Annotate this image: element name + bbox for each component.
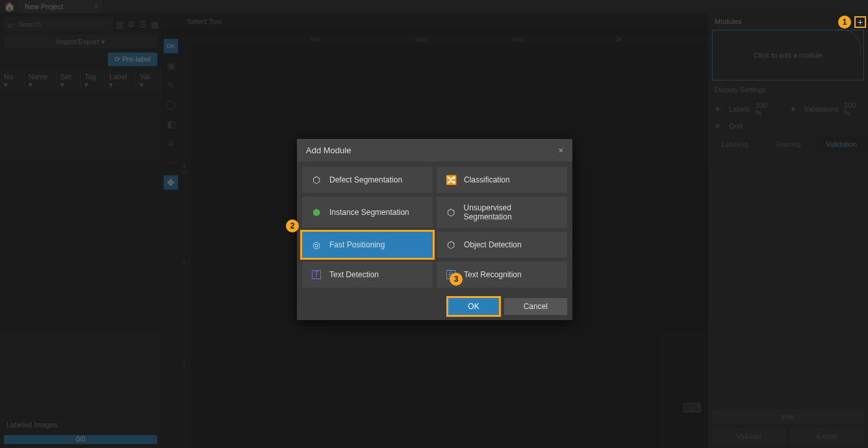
- eye-icon[interactable]: [715, 122, 724, 130]
- hexagon-icon: ⬡: [444, 238, 457, 251]
- filter-icon[interactable]: ▥: [116, 19, 123, 29]
- col-label[interactable]: Label ▾: [105, 70, 136, 92]
- erase-tool-icon[interactable]: ◧: [164, 117, 178, 131]
- import-export-button[interactable]: Import/Export ▾: [4, 35, 157, 49]
- prelabel-button[interactable]: Pre-label: [108, 53, 157, 66]
- close-icon[interactable]: ×: [558, 145, 563, 155]
- ruler-vertical: 5 0 5 1 0: [181, 45, 191, 448]
- callout-1: 1: [838, 16, 851, 29]
- list-icon[interactable]: ☰: [139, 19, 147, 29]
- more-tool-icon[interactable]: ⋯: [164, 156, 178, 170]
- dialog-title: Add Module: [306, 145, 351, 155]
- arrow-icon: [837, 29, 861, 55]
- module-classification[interactable]: 🔀 Classification: [437, 167, 567, 193]
- target-icon: ◎: [310, 238, 323, 251]
- module-fast-positioning[interactable]: ◎ Fast Positioning: [302, 232, 433, 258]
- callout-2: 2: [286, 219, 299, 232]
- column-headers: No. ▾ Name ▾ Set ▾ Tag ▾ Label ▾ Val. ▾: [0, 70, 161, 92]
- module-text-detection[interactable]: 🅃 Text Detection: [302, 262, 433, 288]
- labels-toggle[interactable]: Labels: [729, 105, 750, 113]
- col-no[interactable]: No. ▾: [0, 70, 25, 92]
- eye-icon[interactable]: [790, 105, 799, 113]
- settings-icon[interactable]: ⚙: [127, 19, 135, 29]
- pen-tool-icon[interactable]: ✎: [164, 78, 178, 92]
- ok-button[interactable]: OK: [448, 298, 498, 315]
- keyboard-icon[interactable]: ⌨: [683, 400, 702, 416]
- add-module-button[interactable]: +: [854, 16, 866, 28]
- hexagon-icon: ⬡: [310, 173, 323, 186]
- select-tool-label: Select Tool: [161, 13, 708, 30]
- labeled-images-label: Labeled Images: [0, 417, 161, 432]
- add-module-placeholder[interactable]: Click to add a module: [712, 30, 864, 81]
- tab-title: New Project: [25, 3, 63, 10]
- infer-button[interactable]: Infer: [712, 409, 864, 425]
- export-button[interactable]: Export: [790, 429, 864, 444]
- col-set[interactable]: Set ▾: [57, 70, 81, 92]
- hexagon-green-icon: ⬢: [310, 206, 323, 219]
- shape-tool-icon[interactable]: ◯: [164, 97, 178, 112]
- col-tag[interactable]: Tag ▾: [81, 70, 105, 92]
- display-settings-label: Display Settings: [708, 81, 868, 99]
- callout-3: 3: [450, 273, 463, 286]
- tab-training[interactable]: Training: [761, 136, 815, 152]
- eye-icon[interactable]: [715, 105, 724, 113]
- col-val[interactable]: Val. ▾: [136, 70, 161, 92]
- module-defect-segmentation[interactable]: ⬡ Defect Segmentation: [302, 167, 433, 193]
- module-instance-segmentation[interactable]: ⬢ Instance Segmentation: [302, 197, 433, 228]
- search-input[interactable]: [4, 17, 113, 31]
- close-icon[interactable]: ×: [94, 2, 98, 10]
- tool-tray: OK ▣ ✎ ◯ ◧ # ⋯ ✥: [161, 35, 181, 448]
- module-object-detection[interactable]: ⬡ Object Detection: [437, 232, 567, 258]
- project-tab[interactable]: New Project ×: [18, 0, 102, 13]
- crop-tool-icon[interactable]: ▣: [164, 58, 178, 73]
- grid-tool-icon[interactable]: #: [164, 136, 178, 151]
- ruler-horizontal: 500 1000 1500 2k: [181, 35, 708, 45]
- col-name[interactable]: Name ▾: [25, 70, 57, 92]
- move-tool-icon[interactable]: ✥: [164, 175, 178, 190]
- hexagon-icon: ⬡: [444, 206, 457, 219]
- tab-validation[interactable]: Validation: [815, 136, 868, 152]
- branch-icon: 🔀: [444, 173, 457, 186]
- validations-toggle[interactable]: Validations: [804, 105, 839, 113]
- ok-tool-icon[interactable]: OK: [164, 39, 178, 53]
- progress-bar: 0/0: [4, 435, 157, 444]
- add-module-dialog: Add Module × ⬡ Defect Segmentation 🔀 Cla…: [297, 139, 572, 320]
- grid-toggle[interactable]: Grid: [729, 122, 743, 130]
- tab-labeling[interactable]: Labeling: [708, 136, 761, 152]
- module-unsupervised-segmentation[interactable]: ⬡ Unsupervised Segmentation: [437, 197, 567, 228]
- validate-button[interactable]: Validate: [712, 429, 786, 444]
- text-box-icon: 🅃: [310, 268, 323, 281]
- modules-title: Modules: [715, 18, 742, 25]
- grid-icon[interactable]: ▦: [151, 19, 159, 29]
- cancel-button[interactable]: Cancel: [504, 298, 567, 315]
- home-icon[interactable]: 🏠: [0, 1, 18, 12]
